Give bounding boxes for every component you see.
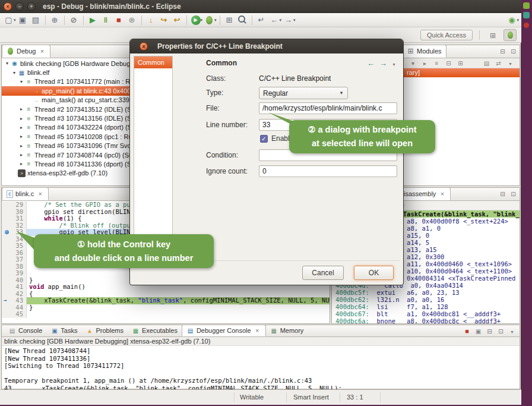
maximize-view-icon[interactable] [509,190,517,198]
expander-icon[interactable] [18,152,24,158]
close-tab-icon[interactable] [254,326,261,335]
run-dropdown-icon[interactable]: ▾ [201,18,203,23]
expander-icon[interactable] [18,125,24,130]
back-dropdown-icon[interactable]: ▾ [280,18,282,23]
view-menu-icon[interactable] [506,59,514,67]
debug-dropdown-icon[interactable]: ▾ [214,18,217,23]
debug-perspective-icon[interactable] [504,29,517,41]
enabled-checkbox[interactable] [260,135,268,143]
tab-debug[interactable]: Debug [2,45,50,58]
close-tab-icon[interactable] [38,47,46,55]
line-number[interactable]: 29 [12,202,27,209]
pin-console-icon[interactable] [474,327,482,335]
resume-icon[interactable] [87,14,99,26]
tab-executables[interactable]: Executables [128,325,182,336]
toolbar-overflow-icon[interactable]: ▾ [517,18,519,23]
nav-item-common[interactable]: Common [134,56,172,68]
step-over-icon[interactable] [158,14,170,26]
link-editor-icon[interactable]: ⇄ [495,59,502,67]
line-number[interactable]: 41 [12,284,27,291]
last-edit-location-icon[interactable] [255,14,268,26]
collapse-all-icon[interactable]: ▾ [409,59,417,67]
breakpoint-marker-icon[interactable] [2,229,12,236]
condition-label: Condition: [206,151,238,159]
minimize-view-icon[interactable] [499,190,506,198]
c-file-icon [7,190,13,198]
forward-icon[interactable] [282,14,294,26]
window-close-icon[interactable]: × [4,2,12,11]
dialog-close-icon[interactable]: × [140,42,148,51]
terminate-console-icon[interactable] [463,327,471,335]
line-number[interactable]: 45 [12,311,27,318]
line-number[interactable]: 37 [12,256,27,263]
forward-icon[interactable]: → [379,59,387,68]
view-layout-icon[interactable]: ≡ [433,59,441,67]
window-minimize-icon[interactable]: – [15,2,24,11]
maximize-view-icon[interactable] [509,47,517,55]
close-tab-icon[interactable] [438,190,446,198]
quick-access-button[interactable]: Quick Access [420,30,473,40]
debug-icon[interactable] [206,16,213,24]
print-icon[interactable] [30,14,42,26]
tab-tasks[interactable]: Tasks [46,325,81,336]
expander-icon[interactable] [11,70,17,75]
forward-dropdown-icon[interactable]: ▾ [293,18,296,23]
tab-console[interactable]: Console [4,325,46,336]
window-maximize-icon[interactable]: + [27,2,36,11]
line-number[interactable]: 31 [12,215,27,222]
ignore-count-field[interactable]: 0 [259,165,397,177]
step-into-icon[interactable] [145,14,157,26]
open-perspective-icon[interactable] [486,29,499,41]
maximize-view-icon[interactable] [497,327,505,335]
console-output[interactable]: [New Thread 1073408744] [New Thread 1073… [2,346,520,393]
close-tab-icon[interactable] [36,190,44,198]
expander-icon[interactable] [18,79,24,84]
back-icon[interactable]: ← [367,59,375,68]
expander-icon[interactable] [18,143,24,149]
add-icon[interactable]: ⊞ [457,59,464,67]
build-icon[interactable] [49,14,61,26]
new-wizard-icon[interactable] [2,14,15,26]
search-icon[interactable] [236,14,249,26]
expander-icon[interactable] [4,61,10,66]
main-toolbar: ▾ ▾ ▾ ▾ ▾ ▾ [0,13,521,27]
disconnect-icon[interactable] [126,14,138,26]
remove-icon[interactable]: ⊟ [445,59,452,67]
view-menu-icon[interactable] [508,327,516,335]
terminate-icon[interactable] [113,14,125,26]
step-return-icon[interactable] [171,14,183,26]
suspend-icon[interactable] [100,14,112,26]
tab-problems[interactable]: Problems [81,325,127,336]
tab-blink-c[interactable]: blink.c [2,187,49,200]
profile-icon[interactable] [505,14,518,26]
minimize-view-icon[interactable] [486,327,493,335]
expander-icon[interactable] [18,161,24,166]
filter-icon[interactable]: ▤ [483,59,490,67]
expander-icon[interactable] [18,116,24,121]
cancel-button[interactable]: Cancel [302,266,344,280]
new-dropdown-icon[interactable]: ▾ [14,18,16,23]
line-number[interactable]: 33 [12,229,27,236]
skip-breakpoints-icon[interactable] [68,14,80,26]
line-number[interactable]: 39 [12,270,27,277]
save-icon[interactable] [17,14,29,26]
tab-debugger-console[interactable]: Debugger Console [182,325,266,336]
line-number-label: Line number: [206,121,248,129]
minimize-view-icon[interactable] [499,47,506,55]
back-icon[interactable] [268,14,281,26]
view-menu-icon[interactable] [392,58,396,68]
tab-modules[interactable]: Modules [402,45,446,58]
tab-memory[interactable]: Memory [266,325,308,336]
window-title: esp - Debug - blink/main/blink.c - Eclip… [43,2,181,11]
expander-icon[interactable] [18,134,24,139]
type-dropdown[interactable]: Regular▼ [259,87,348,99]
run-icon[interactable] [191,15,201,25]
new-project-icon[interactable] [223,14,236,26]
file-field[interactable]: /home/krzysztof/esp/blink/main/blink.c [259,102,397,114]
callout-step1: ① hold the Control key and double click … [34,234,214,268]
expander-icon[interactable] [18,106,24,112]
line-number[interactable]: 43 [12,297,27,304]
ok-button[interactable]: OK [354,266,394,280]
line-number[interactable]: 35 [12,243,27,250]
expand-all-icon[interactable]: ▸ [421,59,429,67]
